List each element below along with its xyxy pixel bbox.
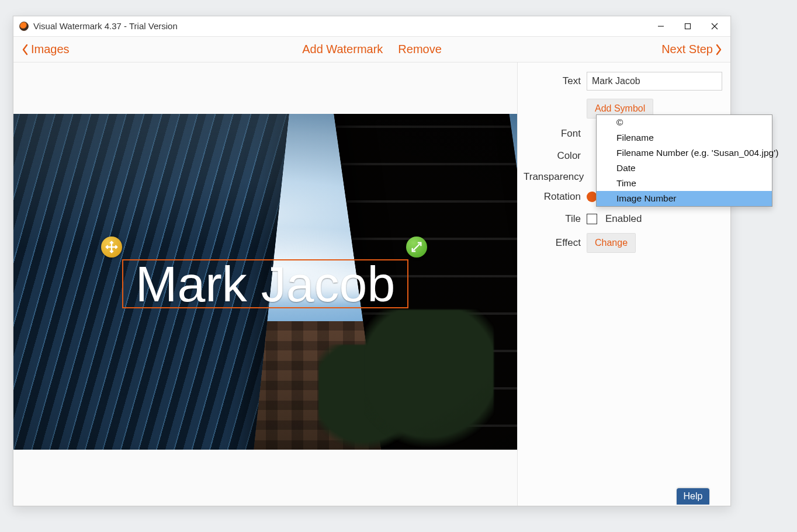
remove-button[interactable]: Remove bbox=[398, 43, 441, 56]
svg-line-6 bbox=[414, 244, 420, 251]
rotation-label: Rotation bbox=[524, 191, 587, 203]
effect-label: Effect bbox=[524, 237, 587, 249]
app-window: Visual Watermark 4.37 - Trial Version Im… bbox=[13, 16, 731, 506]
next-label: Next Step bbox=[661, 43, 713, 56]
tile-label: Tile bbox=[524, 213, 587, 225]
symbol-menu-item[interactable]: © bbox=[597, 115, 772, 130]
svg-rect-1 bbox=[685, 23, 691, 29]
transparency-label: Transparency bbox=[524, 171, 587, 183]
add-watermark-label: Add Watermark bbox=[302, 43, 383, 56]
symbol-menu-item[interactable]: Filename Number (e.g. 'Susan_004.jpg') bbox=[597, 145, 772, 161]
watermark-text[interactable]: Mark Jacob bbox=[136, 259, 396, 309]
preview-image: Mark Jacob bbox=[13, 114, 517, 450]
next-step-button[interactable]: Next Step bbox=[661, 43, 722, 56]
symbol-menu-item[interactable]: Image Number bbox=[597, 191, 772, 206]
help-button[interactable]: Help bbox=[677, 488, 709, 505]
help-label: Help bbox=[684, 491, 703, 502]
preview-canvas[interactable]: Mark Jacob bbox=[13, 62, 517, 506]
symbol-menu-item[interactable]: Date bbox=[597, 161, 772, 176]
chevron-right-icon bbox=[715, 44, 722, 55]
back-label: Images bbox=[31, 43, 70, 56]
window-controls bbox=[647, 18, 728, 35]
watermark-bounding-box[interactable]: Mark Jacob bbox=[122, 259, 408, 308]
text-label: Text bbox=[524, 75, 587, 87]
font-label: Font bbox=[524, 128, 587, 140]
close-button[interactable] bbox=[701, 18, 728, 35]
titlebar: Visual Watermark 4.37 - Trial Version bbox=[13, 16, 730, 36]
add-symbol-dropdown[interactable]: ©FilenameFilename Number (e.g. 'Susan_00… bbox=[596, 114, 772, 207]
maximize-icon bbox=[684, 23, 691, 30]
watermark-text-input[interactable] bbox=[587, 72, 722, 91]
tile-enabled-checkbox[interactable] bbox=[587, 214, 597, 224]
symbol-menu-item[interactable]: Filename bbox=[597, 130, 772, 145]
add-watermark-button[interactable]: Add Watermark bbox=[302, 43, 383, 56]
minimize-icon bbox=[657, 23, 664, 30]
color-label: Color bbox=[524, 150, 587, 162]
remove-label: Remove bbox=[398, 43, 441, 56]
window-title: Visual Watermark 4.37 - Trial Version bbox=[33, 21, 178, 31]
minimize-button[interactable] bbox=[647, 18, 674, 35]
chevron-left-icon bbox=[22, 44, 29, 55]
resize-icon bbox=[410, 241, 423, 253]
close-icon bbox=[711, 23, 718, 30]
move-icon bbox=[105, 241, 118, 253]
symbol-menu-item[interactable]: Time bbox=[597, 176, 772, 191]
effect-change-button[interactable]: Change bbox=[587, 233, 636, 253]
tile-enabled-label: Enabled bbox=[605, 213, 642, 225]
back-images-button[interactable]: Images bbox=[22, 43, 70, 56]
resize-handle[interactable] bbox=[406, 237, 427, 258]
move-handle[interactable] bbox=[101, 237, 122, 258]
app-icon bbox=[19, 22, 29, 31]
maximize-button[interactable] bbox=[674, 18, 701, 35]
toolbar: Images Add Watermark Remove Next Step bbox=[13, 36, 730, 62]
